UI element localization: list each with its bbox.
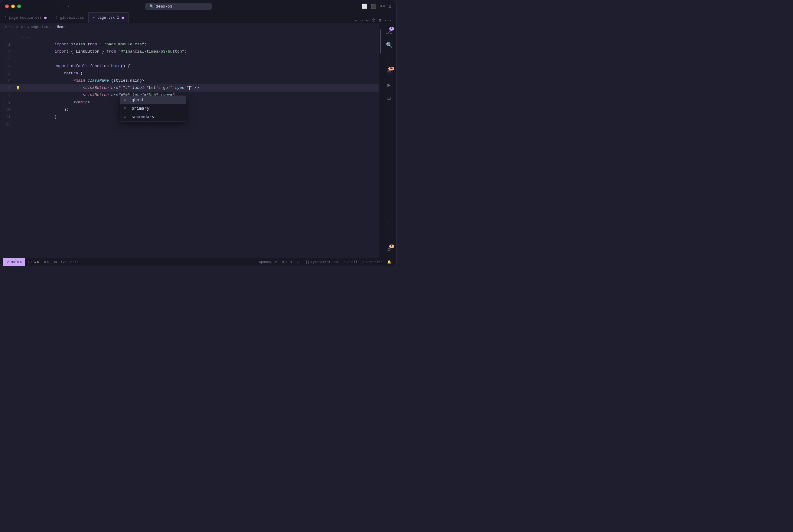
status-language[interactable]: {} TypeScript JSX (303, 258, 341, 266)
warning-icon: △ (34, 260, 36, 264)
status-line-ending[interactable]: LF (294, 258, 303, 266)
lightbulb-icon[interactable]: 💡 (16, 86, 20, 90)
breadcrumb-file[interactable]: page.tsx (31, 25, 48, 29)
traffic-lights (5, 4, 21, 8)
more-icon[interactable]: ··· (383, 217, 395, 229)
css-icon: # (4, 16, 7, 20)
layout-icon-1[interactable]: ⬜ (362, 3, 367, 10)
bell-icon: 🔔 (387, 260, 391, 264)
layout-icon-2[interactable]: ⬛ (370, 3, 376, 10)
status-spaces[interactable]: Spaces: 2 (257, 258, 279, 266)
spaces-label: Spaces: 2 (259, 260, 277, 264)
enum-icon: ≡ (124, 115, 129, 119)
autocomplete-dropdown: ≡ ghost ≡ primary ≡ secondary (120, 96, 186, 121)
go-back-icon[interactable]: ↩ (355, 18, 357, 23)
status-ports[interactable]: ⊗ 0 (42, 258, 52, 266)
editor-area: src › app › ✦ page.tsx › ⬡ Home ... (0, 23, 379, 258)
code-lines: ... 1 import styles from "./page.module.… (0, 31, 379, 130)
encoding-label: UTF-8 (282, 260, 292, 264)
follow-cursor-icon[interactable]: ↪ (366, 18, 368, 23)
search-sidebar-icon[interactable]: 🔍 (383, 39, 395, 51)
go-forward-icon[interactable]: ○ (361, 18, 363, 23)
status-prettier[interactable]: ✓ Prettier (360, 258, 385, 266)
title-bar-right: ⬜ ⬛ ▪▪ ⊞ (362, 3, 391, 10)
close-button[interactable] (5, 4, 9, 8)
source-control-icon[interactable]: ⎇ 2 (383, 26, 395, 38)
layout-icon-4[interactable]: ⊞ (388, 3, 391, 10)
error-icon: ✕ (27, 260, 30, 264)
line-ending-label: LF (297, 260, 301, 264)
back-button[interactable]: ← (57, 3, 62, 10)
extensions-badge: 30 (388, 67, 394, 71)
maximize-button[interactable] (17, 4, 21, 8)
tab-actions: ↩ ○ ↪ ⏱ ⊟ ··· (355, 18, 396, 23)
enum-icon: ≡ (124, 107, 129, 111)
tab-label: globals.css (60, 16, 84, 20)
tab-page-tsx[interactable]: ✦ page.tsx 1 (89, 13, 129, 23)
breadcrumb-symbol[interactable]: Home (57, 25, 66, 29)
branch-icon: ⎇ (6, 260, 10, 264)
language-icon: {} (306, 260, 309, 264)
breadcrumb-src[interactable]: src (5, 25, 12, 29)
vscode-window: ← → 🔍 demo-o3 ⬜ ⬛ ▪▪ ⊞ # page.module.css… (0, 0, 396, 266)
status-encoding[interactable]: UTF-8 (279, 258, 294, 266)
right-sidebar: ⎇ 2 🔍 ⑂ ⊞ 30 ▶ ⊡ ··· ○ (382, 23, 396, 258)
ports-count: 0 (47, 260, 49, 264)
status-errors[interactable]: ✕ 1 △ 0 (25, 258, 41, 266)
modified-dot (122, 17, 124, 19)
search-bar[interactable]: 🔍 demo-o3 (145, 3, 212, 10)
live-share-label: Live Share (59, 260, 79, 264)
autocomplete-item-secondary[interactable]: ≡ secondary (120, 113, 186, 121)
run-debug-icon[interactable]: ▶ (383, 79, 395, 91)
ports-icon: ⊗ (44, 260, 46, 264)
account-icon[interactable]: ○ (383, 230, 395, 242)
split-editor-icon[interactable]: ⊟ (379, 18, 381, 23)
autocomplete-item-ghost[interactable]: ≡ ghost (120, 96, 186, 104)
extensions-icon[interactable]: ⊞ 30 (383, 65, 395, 78)
more-actions-icon[interactable]: ··· (384, 18, 392, 23)
git-icon[interactable]: ⑂ (383, 52, 395, 64)
scrollbar-thumb[interactable] (380, 29, 381, 54)
tab-label: page.tsx 1 (97, 16, 119, 20)
minimize-button[interactable] (11, 4, 15, 8)
status-spell[interactable]: ✓ Spell (341, 258, 360, 266)
warning-count: 0 (37, 260, 39, 264)
code-line: 11 } (0, 113, 379, 120)
css-icon: # (55, 16, 57, 20)
remote-icon[interactable]: ⊡ (383, 92, 395, 104)
main-area: src › app › ✦ page.tsx › ⬡ Home ... (0, 23, 396, 258)
code-line: 12 (0, 120, 379, 128)
tsx-icon: ✦ (93, 15, 95, 20)
tab-label: page.module.css (9, 16, 42, 20)
forward-button[interactable]: → (65, 3, 71, 10)
search-text: demo-o3 (156, 4, 172, 9)
prettier-label: ✓ Prettier (362, 260, 382, 264)
tab-globals-css[interactable]: # globals.css (51, 13, 88, 23)
status-bar: ⎇ main ↻ ✕ 1 △ 0 ⊗ 0 ⋈ Live Share Spaces… (0, 258, 396, 266)
nav-arrows: ← → (57, 3, 70, 10)
settings-icon[interactable]: ⚙ ! (383, 243, 395, 255)
autocomplete-item-primary[interactable]: ≡ primary (120, 104, 186, 113)
code-line: 2 import { LinkButton } from "@financial… (0, 48, 379, 55)
scrollbar[interactable] (379, 23, 382, 258)
sync-icon: ↻ (20, 260, 22, 264)
tab-page-module-css[interactable]: # page.module.css (0, 13, 51, 23)
timeline-icon[interactable]: ⏱ (371, 18, 376, 23)
status-branch[interactable]: ⎇ main ↻ (3, 258, 25, 266)
live-share-icon: ⋈ (54, 260, 57, 264)
autocomplete-label: ghost (132, 98, 144, 102)
layout-icon-3[interactable]: ▪▪ (380, 4, 385, 9)
breadcrumb-app[interactable]: app (16, 25, 23, 29)
status-live-share[interactable]: ⋈ Live Share (52, 258, 81, 266)
code-container[interactable]: ... 1 import styles from "./page.module.… (0, 31, 379, 258)
language-label: TypeScript JSX (311, 260, 338, 264)
error-count: 1 (31, 260, 33, 264)
enum-icon: ≡ (124, 98, 129, 102)
modified-dot (44, 17, 47, 19)
branch-name: main (11, 260, 19, 264)
breadcrumb: src › app › ✦ page.tsx › ⬡ Home (0, 23, 379, 31)
autocomplete-label: secondary (132, 115, 154, 119)
tabs-bar: # page.module.css # globals.css ✦ page.t… (0, 13, 396, 23)
spell-label: ✓ Spell (344, 260, 357, 264)
status-bell[interactable]: 🔔 (385, 258, 394, 266)
